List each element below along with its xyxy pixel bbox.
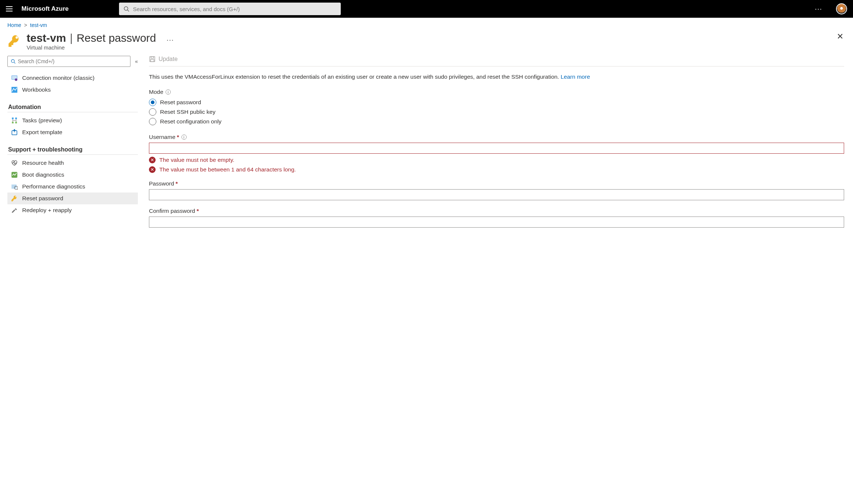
hamburger-menu[interactable] xyxy=(6,6,13,11)
sidebar-item-label: Boot diagnostics xyxy=(22,171,64,178)
radio-label: Reset SSH public key xyxy=(160,109,215,115)
export-icon xyxy=(11,129,18,136)
radio-label: Reset password xyxy=(160,99,201,106)
svg-rect-11 xyxy=(15,122,17,123)
sidebar-item-label: Workbooks xyxy=(22,86,51,93)
sidebar-item-workbooks[interactable]: Workbooks xyxy=(7,84,138,96)
info-icon[interactable]: i xyxy=(166,89,171,95)
update-label: Update xyxy=(159,56,178,62)
svg-line-3 xyxy=(14,62,15,63)
svg-point-0 xyxy=(124,7,128,10)
sidebar-search[interactable] xyxy=(7,56,130,67)
sidebar-item-label: Export template xyxy=(22,129,62,136)
monitor-icon xyxy=(11,75,18,81)
username-error: ✕ The value must not be empty. xyxy=(149,157,844,163)
topbar-more-icon[interactable]: ⋯ xyxy=(815,4,823,13)
page-title: test-vm | Reset password xyxy=(27,32,156,44)
boot-diag-icon xyxy=(11,171,18,178)
sidebar-section-automation: Automation xyxy=(7,104,138,112)
save-icon xyxy=(149,56,156,62)
global-search[interactable] xyxy=(119,3,341,15)
password-input[interactable] xyxy=(149,189,844,200)
mode-label: Mode xyxy=(149,89,163,95)
info-icon[interactable]: i xyxy=(181,134,187,140)
error-icon: ✕ xyxy=(149,157,156,163)
mode-option-reset-ssh[interactable]: Reset SSH public key xyxy=(149,107,844,117)
mode-option-reset-config[interactable]: Reset configuration only xyxy=(149,117,844,126)
update-button[interactable]: Update xyxy=(149,56,178,62)
password-label: Password xyxy=(149,180,174,187)
perf-diag-icon xyxy=(11,183,18,190)
svg-line-1 xyxy=(128,10,129,11)
sidebar-item-boot-diagnostics[interactable]: Boot diagnostics xyxy=(7,169,138,181)
sidebar-item-label: Redeploy + reapply xyxy=(22,207,72,214)
sidebar-item-label: Resource health xyxy=(22,160,64,166)
sidebar-item-connection-monitor[interactable]: Connection monitor (classic) xyxy=(7,72,138,84)
svg-rect-22 xyxy=(151,59,154,62)
required-indicator: * xyxy=(197,208,199,214)
sidebar-item-resource-health[interactable]: Resource health xyxy=(7,157,138,169)
learn-more-link[interactable]: Learn more xyxy=(561,74,590,80)
svg-rect-10 xyxy=(12,122,14,123)
search-icon xyxy=(11,59,16,64)
sidebar-item-performance-diagnostics[interactable]: Performance diagnostics xyxy=(7,181,138,193)
sidebar-search-input[interactable] xyxy=(18,58,127,64)
username-input[interactable] xyxy=(149,143,844,154)
breadcrumb-home[interactable]: Home xyxy=(7,22,21,28)
required-indicator: * xyxy=(176,180,178,187)
tasks-icon xyxy=(11,117,18,124)
hammer-icon xyxy=(11,207,18,214)
workbook-icon xyxy=(11,86,18,93)
brand-label: Microsoft Azure xyxy=(21,5,69,13)
required-indicator: * xyxy=(177,134,179,140)
confirm-password-label: Confirm password xyxy=(149,208,195,214)
key-icon xyxy=(7,34,21,48)
error-icon: ✕ xyxy=(149,166,156,173)
collapse-sidebar-icon[interactable]: « xyxy=(135,58,138,64)
svg-rect-17 xyxy=(11,184,17,188)
breadcrumb-resource[interactable]: test-vm xyxy=(30,22,47,28)
mode-option-reset-password[interactable]: Reset password xyxy=(149,98,844,107)
sidebar-item-tasks[interactable]: Tasks (preview) xyxy=(7,115,138,126)
svg-point-6 xyxy=(15,78,17,81)
description-text: This uses the VMAccessForLinux extension… xyxy=(149,72,844,81)
page-subtitle: Virtual machine xyxy=(27,44,174,51)
svg-rect-9 xyxy=(15,118,17,119)
breadcrumb: Home > test-vm xyxy=(0,18,853,28)
username-label: Username xyxy=(149,134,176,140)
sidebar-item-label: Reset password xyxy=(22,195,63,202)
title-more-icon[interactable]: ⋯ xyxy=(166,32,174,44)
svg-rect-21 xyxy=(151,57,154,58)
svg-point-2 xyxy=(11,59,14,62)
search-icon xyxy=(123,6,129,12)
key-icon xyxy=(11,195,18,202)
confirm-password-input[interactable] xyxy=(149,217,844,228)
sidebar-item-reset-password[interactable]: Reset password xyxy=(7,193,138,204)
sidebar-item-label: Connection monitor (classic) xyxy=(22,75,95,81)
heart-icon xyxy=(11,160,18,166)
sidebar-item-label: Performance diagnostics xyxy=(22,183,85,190)
radio-label: Reset configuration only xyxy=(160,118,221,125)
close-icon[interactable]: ✕ xyxy=(837,32,843,41)
svg-line-19 xyxy=(17,189,18,190)
svg-rect-8 xyxy=(12,118,14,119)
sidebar-section-support: Support + troubleshooting xyxy=(7,146,138,155)
sidebar-item-export-template[interactable]: Export template xyxy=(7,126,138,138)
global-search-input[interactable] xyxy=(133,6,336,12)
sidebar-item-label: Tasks (preview) xyxy=(22,117,62,124)
user-avatar[interactable] xyxy=(836,3,847,14)
username-error: ✕ The value must be between 1 and 64 cha… xyxy=(149,166,844,173)
sidebar-item-redeploy[interactable]: Redeploy + reapply xyxy=(7,204,138,216)
